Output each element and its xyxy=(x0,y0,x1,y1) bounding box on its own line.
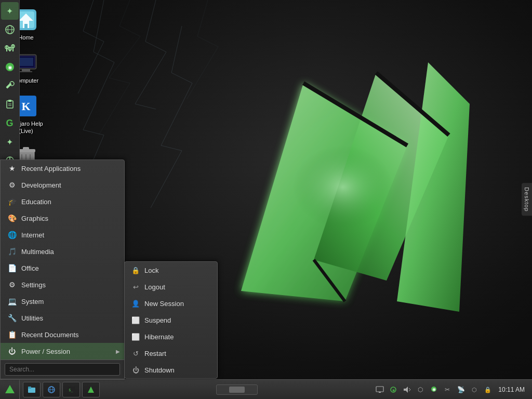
sidebar-audacious-icon[interactable]: G xyxy=(1,114,19,132)
sidebar-manjaro-icon[interactable]: ✦ xyxy=(1,133,19,151)
menu-item-recent-apps[interactable]: ★ Recent Applications xyxy=(1,160,124,177)
svg-text:◉: ◉ xyxy=(392,389,395,392)
svg-rect-13 xyxy=(24,24,28,28)
svg-point-8 xyxy=(293,135,418,239)
sidebar-tool-icon[interactable] xyxy=(1,77,19,95)
tray-volume-icon[interactable] xyxy=(402,384,412,395)
taskbar-left: $_ xyxy=(0,380,103,399)
system-icon: 💻 xyxy=(7,296,17,307)
taskbar: $_ ◉ xyxy=(0,379,532,399)
taskbar-app-menu[interactable] xyxy=(82,382,100,397)
svg-text:🔒: 🔒 xyxy=(484,386,491,393)
svg-rect-16 xyxy=(22,69,30,71)
power-item-new-session[interactable]: 👤 New Session xyxy=(125,295,217,312)
svg-text:◉: ◉ xyxy=(7,64,12,70)
multimedia-icon: 🎵 xyxy=(7,246,17,257)
restart-icon: ↺ xyxy=(131,349,140,358)
menu-item-utilities[interactable]: 🔧 Utilities xyxy=(1,310,124,326)
tray-extra-icon[interactable]: 🔒 xyxy=(483,384,493,395)
power-item-suspend[interactable]: ⬜ Suspend xyxy=(125,312,217,328)
new-session-icon: 👤 xyxy=(131,299,140,308)
sidebar-mixer-icon[interactable] xyxy=(1,39,19,57)
power-item-lock[interactable]: 🔒 Lock xyxy=(125,262,217,278)
taskbar-app-terminal[interactable]: $_ xyxy=(62,382,80,397)
settings-icon: ⚙ xyxy=(7,280,17,290)
sidebar-browser-icon[interactable] xyxy=(1,21,19,38)
tray-display-icon[interactable] xyxy=(375,384,385,395)
system-tray: ◉ ⬡ ◉ ✂ 📡 ⬡ xyxy=(375,384,493,395)
svg-text:⬡: ⬡ xyxy=(418,386,423,393)
tray-keyring-icon[interactable]: ✂ xyxy=(442,384,453,395)
power-item-restart[interactable]: ↺ Restart xyxy=(125,345,217,362)
tray-security-icon[interactable]: ⬡ xyxy=(469,384,480,395)
tray-network-icon[interactable]: ◉ xyxy=(388,384,398,395)
svg-rect-41 xyxy=(7,101,13,108)
svg-rect-17 xyxy=(20,71,32,72)
tray-chat-icon[interactable]: ◉ xyxy=(429,384,439,395)
menu-item-development[interactable]: ⚙ Development xyxy=(1,177,124,193)
lock-icon: 🔒 xyxy=(131,265,140,275)
desktop: Home Computer K xyxy=(0,0,532,399)
menu-item-settings[interactable]: ⚙ Settings xyxy=(1,276,124,293)
power-session-icon: ⏻ xyxy=(7,346,17,356)
svg-line-62 xyxy=(409,390,410,391)
svg-text:📡: 📡 xyxy=(457,385,465,393)
svg-marker-55 xyxy=(88,387,94,393)
menu-item-internet[interactable]: 🌐 Internet xyxy=(1,227,124,243)
power-item-shutdown[interactable]: ⏻ Shutdown xyxy=(125,362,217,378)
menu-item-power-session[interactable]: ⏻ Power / Session ▶ xyxy=(1,343,124,360)
shutdown-icon: ⏻ xyxy=(131,365,140,375)
desktop-tab[interactable]: Desktop xyxy=(522,183,532,216)
tray-bluetooth-icon[interactable]: ⬡ xyxy=(415,384,425,395)
tray-wifi-icon[interactable]: 📡 xyxy=(456,384,466,395)
suspend-icon: ⬜ xyxy=(131,315,140,325)
recent-apps-icon: ★ xyxy=(7,163,17,174)
svg-marker-47 xyxy=(5,385,15,393)
development-icon: ⚙ xyxy=(7,180,17,190)
recent-docs-icon: 📋 xyxy=(7,329,17,340)
svg-text:K: K xyxy=(21,100,30,113)
home-icon-label: Home xyxy=(18,34,33,41)
menu-item-education[interactable]: 🎓 Education xyxy=(1,193,124,210)
utilities-icon: 🔧 xyxy=(7,313,17,323)
sidebar-pacman-icon[interactable]: ◉ xyxy=(1,58,19,76)
power-session-submenu: 🔒 Lock ↩ Logout 👤 New Session ⬜ Suspend … xyxy=(124,261,218,379)
power-item-hibernate[interactable]: ⬜ Hibernate xyxy=(125,328,217,345)
svg-rect-57 xyxy=(379,392,381,393)
svg-rect-42 xyxy=(8,100,11,102)
education-icon: 🎓 xyxy=(7,196,17,207)
graphics-icon: 🎨 xyxy=(7,213,17,223)
svg-rect-49 xyxy=(28,387,31,389)
office-icon: 📄 xyxy=(7,263,17,273)
sidebar-menu-icon[interactable]: ✦ xyxy=(1,2,19,20)
svg-rect-24 xyxy=(23,147,29,150)
taskbar-clock: 10:11 AM xyxy=(495,386,528,393)
svg-text:$_: $_ xyxy=(69,388,73,392)
sidebar-clipboard-icon[interactable] xyxy=(1,96,19,113)
svg-text:✂: ✂ xyxy=(445,386,450,393)
menu-item-multimedia[interactable]: 🎵 Multimedia xyxy=(1,243,124,260)
scroll-indicator xyxy=(216,384,258,395)
svg-rect-19 xyxy=(19,58,33,66)
taskbar-apps: $_ xyxy=(20,382,103,397)
search-input[interactable] xyxy=(5,363,120,376)
menu-search-container xyxy=(1,360,124,379)
menu-item-office[interactable]: 📄 Office xyxy=(1,260,124,276)
manjaro-logo xyxy=(210,42,480,332)
taskbar-menu-button[interactable] xyxy=(0,380,20,400)
svg-marker-60 xyxy=(404,387,408,393)
taskbar-app-browser[interactable] xyxy=(43,382,60,397)
taskbar-right: ◉ ⬡ ◉ ✂ 📡 ⬡ xyxy=(370,384,532,395)
svg-line-61 xyxy=(409,388,410,390)
menu-item-recent-docs[interactable]: 📋 Recent Documents xyxy=(1,326,124,343)
svg-rect-56 xyxy=(376,387,383,392)
submenu-arrow: ▶ xyxy=(116,349,120,354)
menu-item-system[interactable]: 💻 System xyxy=(1,293,124,310)
svg-text:⬡: ⬡ xyxy=(472,387,477,393)
power-item-logout[interactable]: ↩ Logout xyxy=(125,278,217,295)
taskbar-app-filemgr[interactable] xyxy=(23,382,41,397)
application-menu: ★ Recent Applications ⚙ Development 🎓 Ed… xyxy=(0,159,125,379)
hibernate-icon: ⬜ xyxy=(131,332,140,341)
internet-icon: 🌐 xyxy=(7,230,17,240)
menu-item-graphics[interactable]: 🎨 Graphics xyxy=(1,210,124,227)
